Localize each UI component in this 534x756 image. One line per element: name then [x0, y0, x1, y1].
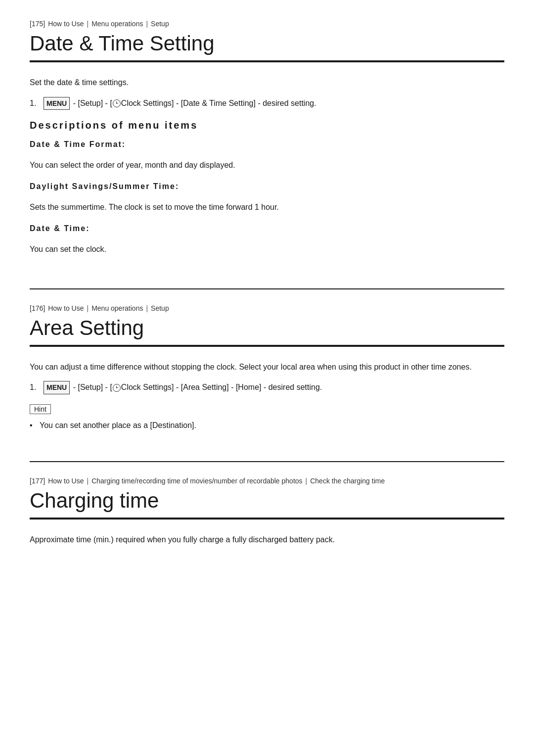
- step-list-1: 1. MENU - [Setup] - [Clock Settings] - […: [30, 97, 504, 110]
- breadcrumb-text-2c: Setup: [151, 304, 169, 312]
- step-1-item: 1. MENU - [Setup] - [Clock Settings] - […: [30, 97, 504, 110]
- hint-container: Hint You can set another place as a [Des…: [30, 404, 504, 432]
- item2-heading: Daylight Savings/Summer Time:: [30, 180, 504, 193]
- step2-text-before: - [Setup] - [: [73, 383, 112, 391]
- item3-heading: Date & Time:: [30, 222, 504, 235]
- thin-divider-1: [30, 288, 504, 289]
- step-2-content: MENU - [Setup] - [Clock Settings] - [Are…: [44, 381, 322, 394]
- section3-intro: Approximate time (min.) required when yo…: [30, 533, 504, 546]
- step-list-2: 1. MENU - [Setup] - [Clock Settings] - […: [30, 381, 504, 394]
- breadcrumb-text-1b: Menu operations: [91, 20, 143, 28]
- descriptions-heading-1: Descriptions of menu items: [30, 120, 504, 131]
- breadcrumb-text-3b: Charging time/recording time of movies/n…: [91, 477, 302, 485]
- section-body-3: Approximate time (min.) required when yo…: [30, 533, 504, 564]
- clock-icon-2: [113, 384, 121, 392]
- page-title-3: Charging time: [30, 489, 504, 513]
- breadcrumb-text-2b: Menu operations: [91, 304, 143, 312]
- step-1-number: 1.: [30, 97, 40, 110]
- breadcrumb-text-2a: How to Use: [48, 304, 84, 312]
- breadcrumb-text-3a: How to Use: [48, 477, 84, 485]
- section-body-2: You can adjust a time difference without…: [30, 361, 504, 447]
- section-area-setting: [176] How to Use | Menu operations | Set…: [30, 304, 504, 447]
- breadcrumb-2: [176] How to Use | Menu operations | Set…: [30, 304, 504, 312]
- section-date-time: [175] How to Use | Menu operations | Set…: [30, 20, 504, 274]
- step1-text-after: Clock Settings] - [Date & Time Setting] …: [121, 99, 316, 107]
- menu-button-1: MENU: [44, 97, 70, 110]
- divider-2: [30, 345, 504, 347]
- step2-text-after: Clock Settings] - [Area Setting] - [Home…: [121, 383, 322, 391]
- page-wrapper: [175] How to Use | Menu operations | Set…: [0, 0, 534, 584]
- divider-1: [30, 60, 504, 62]
- breadcrumb-page-number-2: [176]: [30, 304, 45, 312]
- breadcrumb-sep-1a: |: [87, 20, 89, 28]
- section1-intro: Set the date & time settings.: [30, 76, 504, 89]
- item1-heading: Date & Time Format:: [30, 138, 504, 151]
- step1-text-before: - [Setup] - [: [73, 99, 112, 107]
- thin-divider-2: [30, 461, 504, 462]
- page-title-2: Area Setting: [30, 316, 504, 340]
- breadcrumb-text-1a: How to Use: [48, 20, 84, 28]
- divider-3: [30, 518, 504, 520]
- breadcrumb-3: [177] How to Use | Charging time/recordi…: [30, 477, 504, 485]
- item3-desc: You can set the clock.: [30, 243, 504, 256]
- breadcrumb-1: [175] How to Use | Menu operations | Set…: [30, 20, 504, 28]
- step-1-content: MENU - [Setup] - [Clock Settings] - [Dat…: [44, 97, 316, 110]
- section-charging-time: [177] How to Use | Charging time/recordi…: [30, 477, 504, 564]
- item1-desc: You can select the order of year, month …: [30, 159, 504, 172]
- breadcrumb-sep-2a: |: [87, 304, 89, 312]
- clock-icon-1: [113, 99, 121, 107]
- section2-intro: You can adjust a time difference without…: [30, 361, 504, 374]
- breadcrumb-sep-2b: |: [146, 304, 148, 312]
- step-2-item: 1. MENU - [Setup] - [Clock Settings] - […: [30, 381, 504, 394]
- hint-item-1: You can set another place as a [Destinat…: [30, 419, 504, 432]
- hint-list: You can set another place as a [Destinat…: [30, 419, 504, 432]
- page-title-1: Date & Time Setting: [30, 32, 504, 55]
- menu-button-2: MENU: [44, 381, 70, 394]
- breadcrumb-text-3c: Check the charging time: [310, 477, 385, 485]
- breadcrumb-text-1c: Setup: [151, 20, 169, 28]
- breadcrumb-sep-3a: |: [87, 477, 89, 485]
- breadcrumb-page-number-3: [177]: [30, 477, 45, 485]
- step-2-number: 1.: [30, 381, 40, 394]
- hint-label: Hint: [30, 404, 51, 414]
- breadcrumb-sep-1b: |: [146, 20, 148, 28]
- section-body-1: Set the date & time settings. 1. MENU - …: [30, 76, 504, 274]
- breadcrumb-sep-3b: |: [306, 477, 308, 485]
- item2-desc: Sets the summertime. The clock is set to…: [30, 201, 504, 214]
- breadcrumb-page-number-1: [175]: [30, 20, 45, 28]
